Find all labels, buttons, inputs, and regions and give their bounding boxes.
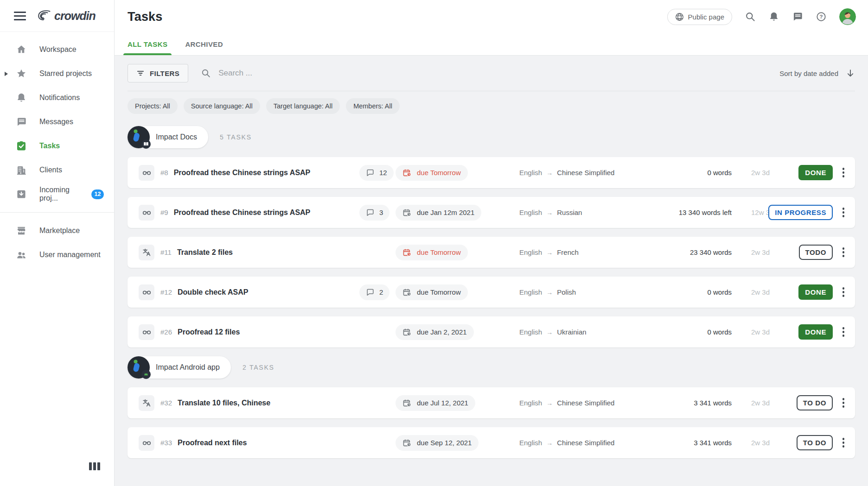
filter-chip[interactable]: Projects: All <box>128 98 178 114</box>
sidebar-item-label: Clients <box>39 166 62 174</box>
sidebar: crowdin Workspace Starred projects Notif… <box>0 0 115 486</box>
sort-direction-icon[interactable] <box>846 69 855 78</box>
project-pill[interactable]: Impact Docs <box>128 126 208 148</box>
task-id: #8 <box>160 169 168 177</box>
task-title[interactable]: Proofread these Chinese strings ASAP <box>174 208 311 217</box>
task-title[interactable]: Translate 2 files <box>177 248 233 257</box>
task-words-label: 3 341 words <box>694 399 732 407</box>
sort-label: Sort by date added <box>779 69 838 77</box>
source-language: English <box>519 288 542 296</box>
sidebar-item-label: Messages <box>39 118 73 126</box>
messages-icon[interactable] <box>792 11 803 22</box>
comment-bubble-icon <box>366 168 375 177</box>
filter-chip[interactable]: Members: All <box>346 98 400 114</box>
notifications-icon[interactable] <box>768 11 779 22</box>
kebab-menu-icon[interactable] <box>840 396 847 410</box>
task-title[interactable]: Proofread 12 files <box>178 328 240 336</box>
sidebar-item-incoming-proj[interactable]: Incoming proj... 12 <box>0 182 114 206</box>
crowdin-logo[interactable]: crowdin <box>35 9 96 23</box>
project-pill[interactable]: Impact Android app <box>128 356 231 379</box>
filter-chip[interactable]: Target language: All <box>266 98 340 114</box>
kebab-menu-icon[interactable] <box>840 285 847 299</box>
task-row[interactable]: #33 Proofread next files due Sep 12, 202… <box>128 427 855 458</box>
task-type-chip <box>139 165 154 181</box>
tab-all-tasks[interactable]: ALL TASKS <box>128 33 167 55</box>
task-status: TODO <box>799 248 833 257</box>
help-icon[interactable]: ? <box>816 11 827 22</box>
inbox-icon <box>16 189 27 200</box>
target-language: Russian <box>557 208 582 216</box>
tab-archived[interactable]: ARCHIVED <box>185 33 223 55</box>
columns-view-icon[interactable] <box>89 462 100 470</box>
sidebar-item-starred-projects[interactable]: Starred projects <box>0 62 114 86</box>
task-id: #32 <box>160 399 172 407</box>
task-row[interactable]: #12 Double check ASAP 2 due Tomorrow Eng… <box>128 277 855 308</box>
arrow-right-icon: → <box>546 209 553 216</box>
svg-text:?: ? <box>819 14 823 19</box>
task-title[interactable]: Proofread these Chinese strings ASAP <box>174 169 311 177</box>
filters-button[interactable]: FILTERS <box>128 64 188 82</box>
task-row[interactable]: #32 Translate 10 files, Chinese due Jul … <box>128 387 855 418</box>
task-status: DONE <box>798 328 833 336</box>
task-words-label: 23 340 words <box>690 248 732 256</box>
proofread-glasses-icon <box>142 438 152 448</box>
sidebar-nav-secondary: Marketplace User management <box>0 219 114 267</box>
sidebar-item-notifications[interactable]: Notifications <box>0 86 114 110</box>
kebab-menu-icon[interactable] <box>840 325 847 339</box>
sidebar-item-marketplace[interactable]: Marketplace <box>0 219 114 243</box>
task-status: TO DO <box>797 399 833 407</box>
task-status: TO DO <box>797 439 833 447</box>
task-words-label: 0 words <box>707 328 732 336</box>
status-badge: DONE <box>798 284 833 300</box>
sidebar-item-workspace[interactable]: Workspace <box>0 38 114 62</box>
task-due-chip: due Tomorrow <box>396 245 468 260</box>
kebab-menu-icon[interactable] <box>840 245 847 259</box>
user-avatar[interactable] <box>839 8 856 25</box>
task-title[interactable]: Proofread next files <box>178 439 247 447</box>
task-row[interactable]: #9 Proofread these Chinese strings ASAP … <box>128 197 855 228</box>
task-comments-chip[interactable]: 3 <box>359 205 389 221</box>
task-due-label: due Sep 12, 2021 <box>417 439 472 447</box>
task-row[interactable]: #8 Proofread these Chinese strings ASAP … <box>128 157 855 188</box>
task-due-chip: due Jan 2, 2021 <box>396 324 474 340</box>
sidebar-item-label: Workspace <box>39 45 77 54</box>
search-input-icon <box>201 68 211 78</box>
project-group: Impact Android app 2 TASKS #32 Translate… <box>128 356 855 458</box>
kebab-menu-icon[interactable] <box>840 205 847 220</box>
sidebar-item-clients[interactable]: Clients <box>0 158 114 182</box>
task-due-label: due Jul 12, 2021 <box>417 399 468 407</box>
project-avatar <box>128 356 150 379</box>
task-due-chip: due Tomorrow <box>396 165 468 181</box>
translate-icon <box>142 247 152 257</box>
task-title[interactable]: Translate 10 files, Chinese <box>178 399 270 407</box>
search-input[interactable] <box>217 68 779 78</box>
menu-icon[interactable] <box>14 10 26 22</box>
sidebar-item-user-management[interactable]: User management <box>0 243 114 267</box>
arrow-right-icon: → <box>546 399 553 407</box>
task-language-block: English → French 23 340 words <box>519 248 732 256</box>
kebab-menu-icon[interactable] <box>840 165 847 180</box>
public-page-button[interactable]: Public page <box>667 9 732 25</box>
task-comments-chip[interactable]: 2 <box>359 284 389 300</box>
task-row[interactable]: #11 Translate 2 files due Tomorrow Engli… <box>128 237 855 268</box>
task-title[interactable]: Double check ASAP <box>178 288 248 297</box>
sidebar-item-tasks[interactable]: Tasks <box>0 134 114 158</box>
sidebar-item-messages[interactable]: Messages <box>0 110 114 134</box>
sidebar-nav-primary: Workspace Starred projects Notifications… <box>0 32 114 206</box>
crowdin-goose-icon <box>35 9 51 23</box>
task-age-label: 2w 3d <box>751 169 770 177</box>
arrow-right-icon: → <box>546 249 553 256</box>
task-comments-chip[interactable]: 12 <box>359 165 394 181</box>
search-icon[interactable] <box>745 11 756 22</box>
target-language: French <box>557 248 579 256</box>
kebab-menu-icon[interactable] <box>840 436 847 450</box>
task-age-label: 2w 3d <box>751 328 770 336</box>
task-status: IN PROGRESS <box>768 208 833 217</box>
filter-chip[interactable]: Source language: All <box>184 98 260 114</box>
calendar-clock-icon <box>402 398 412 408</box>
project-tasks: #8 Proofread these Chinese strings ASAP … <box>128 157 855 347</box>
caret-right-icon[interactable] <box>4 71 8 76</box>
task-row[interactable]: #26 Proofread 12 files due Jan 2, 2021 E… <box>128 316 855 347</box>
sort-control[interactable]: Sort by date added <box>779 69 855 78</box>
task-id: #26 <box>160 328 172 336</box>
